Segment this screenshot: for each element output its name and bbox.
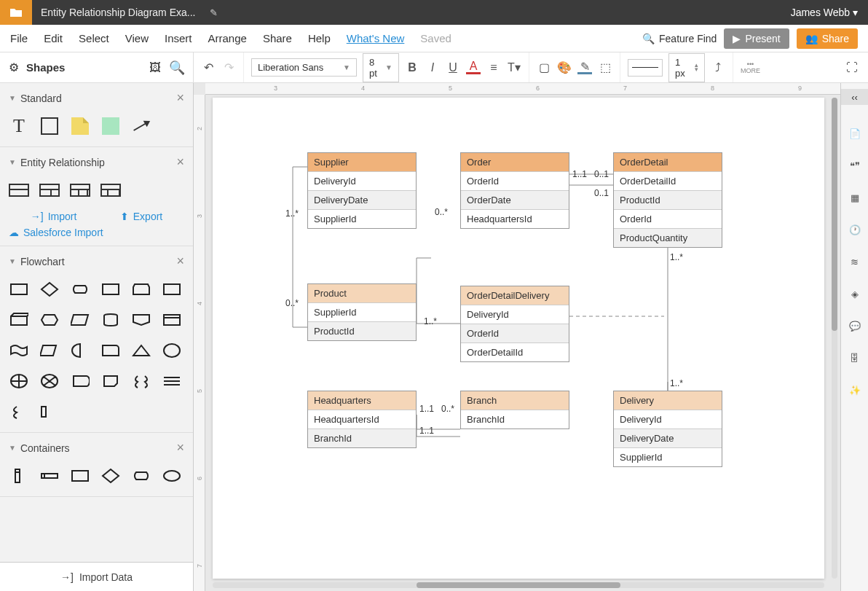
gear-icon[interactable]: ⚙ (9, 60, 19, 74)
italic-icon[interactable]: I (425, 60, 440, 75)
flowchart-shape-7[interactable] (39, 310, 60, 330)
flowchart-shape-13[interactable] (39, 340, 60, 361)
arrow-shape[interactable] (131, 116, 151, 136)
fullscreen-icon[interactable]: ⛶ (845, 60, 859, 75)
present-icon[interactable]: ▦ (847, 189, 863, 206)
import-data-button[interactable]: →] Import Data (0, 562, 193, 591)
entity-orderdetail[interactable]: OrderDetail OrderDetailId ProductId Orde… (613, 152, 722, 248)
fill-icon[interactable]: 🎨 (557, 60, 572, 75)
layers-icon[interactable]: ≋ (847, 254, 863, 270)
flowchart-shape-1[interactable] (39, 279, 60, 300)
container-shape-5[interactable] (162, 466, 182, 486)
standard-section-header[interactable]: ▼Standard× (9, 90, 184, 106)
entity-order[interactable]: Order OrderId OrderDate HeadquartersId (460, 152, 569, 229)
linewidth-select[interactable]: 1 px▴▾ (668, 53, 705, 82)
flowchart-shape-0[interactable] (9, 279, 29, 300)
note-shape[interactable] (70, 116, 90, 136)
er-shape-3[interactable] (70, 180, 90, 200)
flowchart-shape-6[interactable] (9, 310, 29, 330)
flowchart-shape-4[interactable] (131, 279, 151, 300)
block-shape[interactable] (100, 116, 121, 136)
underline-icon[interactable]: U (446, 60, 460, 75)
diagram-page[interactable]: Supplier DeliveryId DeliveryDate Supplie… (213, 98, 824, 579)
container-shape-1[interactable] (39, 466, 60, 486)
edit-title-icon[interactable]: ✎ (204, 7, 224, 18)
flowchart-shape-23[interactable] (162, 371, 182, 391)
flowchart-shape-17[interactable] (162, 340, 182, 361)
close-icon[interactable]: × (176, 154, 184, 170)
flowchart-shape-19[interactable] (39, 371, 60, 391)
v-scrollbar[interactable] (832, 98, 837, 579)
entity-delivery[interactable]: Delivery DeliveryId DeliveryDate Supplie… (613, 391, 722, 467)
folder-icon[interactable] (0, 0, 32, 25)
menu-whatsnew[interactable]: What's New (347, 32, 405, 44)
page-settings-icon[interactable]: 📄 (847, 125, 863, 141)
container-shape-3[interactable] (100, 466, 121, 486)
chat-icon[interactable]: 💬 (847, 318, 863, 334)
shape-box-icon[interactable]: ▢ (537, 60, 551, 75)
bold-icon[interactable]: B (405, 60, 419, 75)
flowchart-shape-9[interactable] (100, 310, 121, 330)
menu-edit[interactable]: Edit (44, 32, 63, 44)
line-style-select[interactable] (628, 59, 663, 77)
entity-orderdetaildelivery[interactable]: OrderDetailDelivery DeliveryId OrderId O… (460, 286, 569, 362)
er-shape-2[interactable] (39, 180, 60, 200)
flowchart-shape-10[interactable] (131, 310, 151, 330)
sf-import-link[interactable]: ☁ Salesforce Import (9, 227, 184, 238)
canvas[interactable]: 345678910 234567 Supplier DeliveryId Del… (194, 83, 840, 591)
document-title[interactable]: Entity Relationship Diagram Exa... (32, 7, 204, 18)
import-link[interactable]: →] Import (31, 211, 77, 222)
undo-icon[interactable]: ↶ (201, 60, 216, 75)
flowchart-shape-24[interactable] (9, 402, 29, 422)
export-link[interactable]: ⬆ Export (120, 211, 162, 222)
er-shape-1[interactable] (9, 180, 29, 200)
flowchart-shape-18[interactable] (9, 371, 29, 391)
menu-view[interactable]: View (125, 32, 149, 44)
er-section-header[interactable]: ▼Entity Relationship× (9, 154, 184, 170)
flowchart-shape-21[interactable] (100, 371, 121, 391)
shape-options-icon[interactable]: ⬚ (598, 60, 612, 75)
history-icon[interactable]: 🕐 (847, 222, 863, 238)
menu-insert[interactable]: Insert (165, 32, 192, 44)
container-shape-2[interactable] (70, 466, 90, 486)
text-shape[interactable]: T (9, 116, 29, 136)
er-shape-4[interactable] (100, 180, 121, 200)
entity-supplier[interactable]: Supplier DeliveryId DeliveryDate Supplie… (307, 152, 417, 229)
database-icon[interactable]: 🗄 (847, 350, 863, 366)
image-icon[interactable]: 🖼 (148, 60, 162, 75)
flowchart-shape-5[interactable] (162, 279, 182, 300)
containers-section-header[interactable]: ▼Containers× (9, 440, 184, 455)
text-options-icon[interactable]: T▾ (507, 60, 521, 75)
menu-select[interactable]: Select (79, 32, 109, 44)
comments-icon[interactable]: ❝❞ (847, 157, 863, 173)
user-menu[interactable]: James Webb ▾ (781, 7, 868, 18)
container-shape-0[interactable] (9, 466, 29, 486)
menu-share[interactable]: Share (263, 32, 292, 44)
flowchart-shape-25[interactable] (39, 402, 60, 422)
flowchart-section-header[interactable]: ▼Flowchart× (9, 254, 184, 269)
flowchart-shape-15[interactable] (100, 340, 121, 361)
feature-find[interactable]: 🔍 Feature Find (642, 33, 717, 44)
text-color-icon[interactable]: A (466, 61, 481, 74)
entity-branch[interactable]: Branch BranchId (460, 391, 569, 429)
h-scrollbar[interactable] (213, 582, 824, 588)
magic-icon[interactable]: ✨ (847, 382, 863, 398)
present-button[interactable]: ▶ Present (724, 28, 789, 49)
line-route-icon[interactable]: ⤴ (711, 60, 725, 75)
menu-help[interactable]: Help (308, 32, 331, 44)
flowchart-shape-2[interactable] (70, 279, 90, 300)
rect-shape[interactable] (39, 116, 60, 136)
flowchart-shape-3[interactable] (100, 279, 121, 300)
search-icon[interactable]: 🔍 (170, 60, 184, 75)
data-icon[interactable]: ◈ (847, 286, 863, 302)
container-shape-4[interactable] (131, 466, 151, 486)
close-icon[interactable]: × (176, 90, 184, 106)
font-select[interactable]: Liberation Sans▼ (251, 58, 357, 77)
collapse-icon[interactable]: ‹‹ (841, 89, 869, 105)
border-color-icon[interactable]: ✎ (577, 61, 592, 74)
flowchart-shape-14[interactable] (70, 340, 90, 361)
entity-headquarters[interactable]: Headquarters HeadquartersId BranchId (307, 391, 417, 448)
close-icon[interactable]: × (176, 254, 184, 269)
share-button[interactable]: 👥 Share (797, 28, 858, 49)
flowchart-shape-22[interactable] (131, 371, 151, 391)
